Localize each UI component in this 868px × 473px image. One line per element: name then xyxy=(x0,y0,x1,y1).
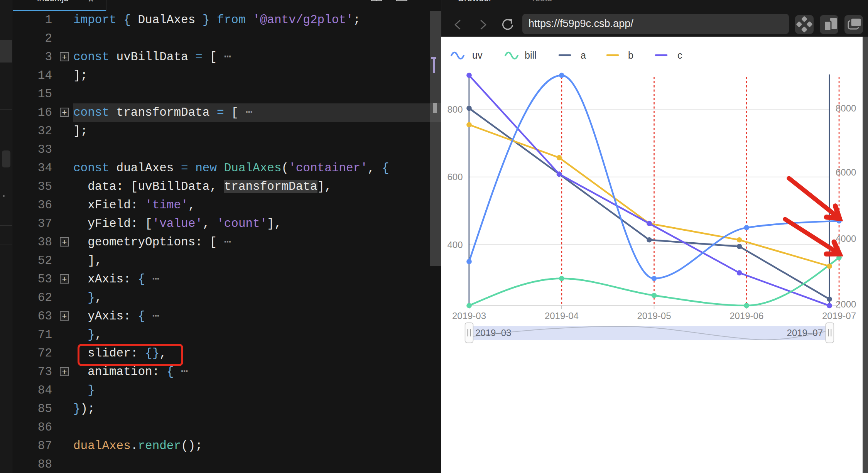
svg-text:2019-03: 2019-03 xyxy=(452,311,486,321)
svg-text:uv: uv xyxy=(472,50,483,61)
svg-text:c: c xyxy=(677,50,682,61)
svg-text:8000: 8000 xyxy=(836,103,856,113)
svg-text:2019–07: 2019–07 xyxy=(787,328,823,338)
svg-text:4000: 4000 xyxy=(836,233,856,244)
svg-text:2019–03: 2019–03 xyxy=(475,328,511,338)
svg-text:bill: bill xyxy=(525,50,537,61)
svg-text:6000: 6000 xyxy=(836,167,856,177)
svg-text:b: b xyxy=(628,50,633,61)
svg-text:a: a xyxy=(581,50,586,61)
svg-text:800: 800 xyxy=(447,104,463,115)
svg-text:2019-04: 2019-04 xyxy=(545,311,579,321)
svg-text:400: 400 xyxy=(447,240,463,250)
svg-text:2019-07: 2019-07 xyxy=(822,311,856,321)
svg-text:2019-06: 2019-06 xyxy=(730,311,763,321)
svg-text:2019-05: 2019-05 xyxy=(637,311,671,321)
svg-text:2000: 2000 xyxy=(836,299,856,309)
svg-text:600: 600 xyxy=(447,172,463,182)
